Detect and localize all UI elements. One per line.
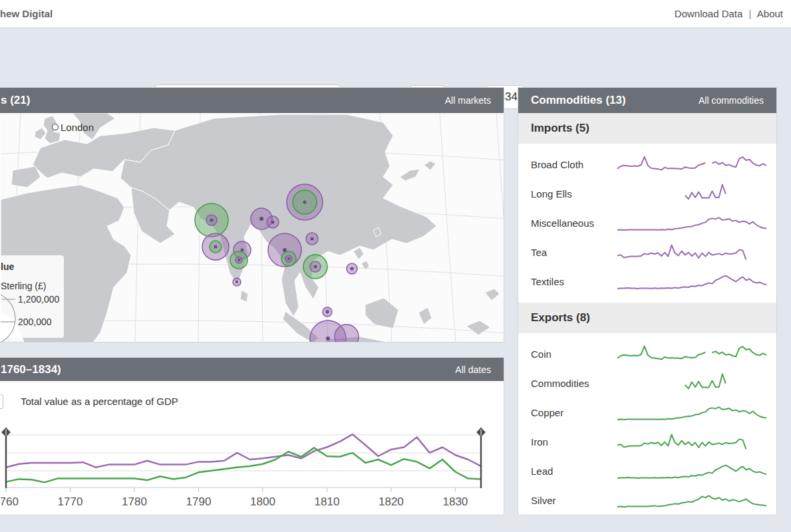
timeline-series-imports bbox=[6, 434, 481, 467]
size-legend-min: 200,000 bbox=[18, 317, 52, 327]
commodity-sparkline bbox=[616, 458, 768, 483]
axis-tick-label: 1790 bbox=[186, 495, 212, 508]
commodity-sparkline bbox=[616, 269, 768, 294]
world-map[interactable]: London lue Sterling (£) 1,200,000 200,00… bbox=[1, 113, 504, 342]
commodity-name: Coin bbox=[531, 348, 552, 360]
commodity-name: Broad Cloth bbox=[531, 159, 583, 170]
market-circle[interactable] bbox=[233, 278, 241, 286]
commodity-sparkline bbox=[616, 429, 768, 454]
dates-timeline-panel: 1760–1834) All dates Total value as a pe… bbox=[0, 357, 504, 515]
commodities-list: Imports (5)Broad ClothLong EllsMiscellan… bbox=[518, 113, 776, 515]
commodities-panel-title: Commodities (13) bbox=[531, 94, 626, 107]
query-controls: st India Company traded 13 commodities i… bbox=[0, 40, 791, 74]
axis-tick-label: 1780 bbox=[122, 495, 147, 508]
size-legend-max: 1,200,000 bbox=[18, 294, 59, 305]
london-marker: London bbox=[53, 122, 94, 133]
commodity-row[interactable]: Coin bbox=[518, 339, 776, 368]
market-circle[interactable] bbox=[287, 184, 323, 220]
commodity-row[interactable]: Textiles bbox=[518, 267, 776, 296]
all-markets-button[interactable]: All markets bbox=[445, 95, 504, 106]
commodity-row[interactable]: Commodities bbox=[518, 368, 776, 398]
market-circle[interactable] bbox=[281, 251, 296, 266]
commodities-panel-header: Commodities (13) All commodities bbox=[518, 88, 776, 113]
market-circle[interactable] bbox=[195, 203, 228, 237]
gdp-percentage-checkbox[interactable] bbox=[0, 394, 3, 409]
brush-handle-left[interactable] bbox=[1, 428, 11, 488]
commodity-name: Copper bbox=[531, 407, 563, 418]
market-circle[interactable] bbox=[306, 233, 318, 245]
commodity-name: Textiles bbox=[531, 276, 564, 287]
download-data-link[interactable]: Download Data bbox=[675, 8, 743, 19]
section-header-imports: Imports (5) bbox=[518, 113, 776, 144]
map-size-legend: lue Sterling (£) 1,200,000 200,000 bbox=[1, 255, 64, 342]
markets-panel-header: s (21) All markets bbox=[0, 88, 504, 113]
commodity-row[interactable]: Long Ells bbox=[518, 179, 776, 208]
top-bar: hew Digital Download Data | About bbox=[0, 0, 791, 28]
markets-panel-title: s (21) bbox=[1, 94, 30, 107]
market-circle[interactable] bbox=[230, 251, 247, 269]
timeline-chart[interactable]: 17601770178017901800181018201830 bbox=[1, 424, 504, 515]
map-landmasses bbox=[1, 113, 500, 342]
axis-tick-label: 1810 bbox=[315, 495, 340, 508]
axis-tick-label: 1820 bbox=[379, 495, 404, 508]
commodity-name: Silver bbox=[531, 495, 556, 506]
commodity-sparkline bbox=[616, 152, 768, 177]
commodity-row[interactable]: Lead bbox=[518, 456, 776, 485]
brand-text: hew Digital bbox=[0, 8, 53, 19]
commodity-row[interactable]: Tea bbox=[518, 237, 776, 267]
commodity-sparkline bbox=[616, 370, 768, 396]
london-label: London bbox=[61, 122, 94, 133]
dates-panel-title: 1760–1834) bbox=[1, 363, 61, 376]
commodity-row[interactable]: Miscellaneous bbox=[518, 208, 776, 237]
commodity-name: Commodities bbox=[531, 378, 589, 389]
axis-tick-label: 1800 bbox=[250, 495, 275, 508]
commodity-name: Iron bbox=[531, 436, 548, 448]
commodity-row[interactable]: Silver bbox=[518, 485, 776, 515]
chart-gridlines bbox=[6, 435, 481, 471]
markets-map-panel: s (21) All markets bbox=[0, 87, 504, 342]
all-dates-button[interactable]: All dates bbox=[455, 364, 504, 375]
market-circle[interactable] bbox=[347, 263, 357, 274]
commodity-sparkline bbox=[616, 239, 768, 265]
gdp-checkbox-label: Total value as a percentage of GDP bbox=[21, 396, 178, 407]
commodity-sparkline bbox=[616, 181, 768, 206]
commodity-row[interactable]: Broad Cloth bbox=[518, 150, 776, 179]
commodity-name: Tea bbox=[531, 247, 547, 258]
about-link[interactable]: About bbox=[757, 8, 783, 19]
all-commodities-button[interactable]: All commodities bbox=[699, 95, 776, 106]
size-legend-title: lue bbox=[1, 261, 14, 272]
commodity-name: Miscellaneous bbox=[531, 217, 594, 229]
market-circle[interactable] bbox=[323, 307, 332, 317]
commodities-panel: Commodities (13) All commodities Imports… bbox=[518, 87, 777, 515]
axis-tick-label: 1770 bbox=[58, 495, 83, 508]
commodity-name: Long Ells bbox=[531, 188, 572, 200]
size-legend-subtitle: Sterling (£) bbox=[1, 281, 46, 291]
commodity-row[interactable]: Iron bbox=[518, 427, 776, 456]
axis-tick-label: 1830 bbox=[442, 495, 468, 508]
top-links: Download Data | About bbox=[675, 8, 783, 19]
commodity-name: Lead bbox=[531, 466, 553, 477]
market-circle[interactable] bbox=[267, 216, 279, 228]
section-header-exports: Exports (8) bbox=[518, 303, 776, 333]
commodity-sparkline bbox=[616, 210, 768, 235]
market-circle[interactable] bbox=[202, 233, 229, 260]
dates-panel-header: 1760–1834) All dates bbox=[0, 358, 504, 381]
commodity-sparkline bbox=[616, 400, 768, 425]
commodity-sparkline bbox=[616, 341, 768, 366]
axis-tick-label: 1760 bbox=[1, 495, 19, 508]
links-separator: | bbox=[749, 8, 752, 19]
market-circle[interactable] bbox=[303, 255, 327, 279]
commodity-sparkline bbox=[616, 487, 768, 513]
commodity-row[interactable]: Copper bbox=[518, 398, 776, 427]
